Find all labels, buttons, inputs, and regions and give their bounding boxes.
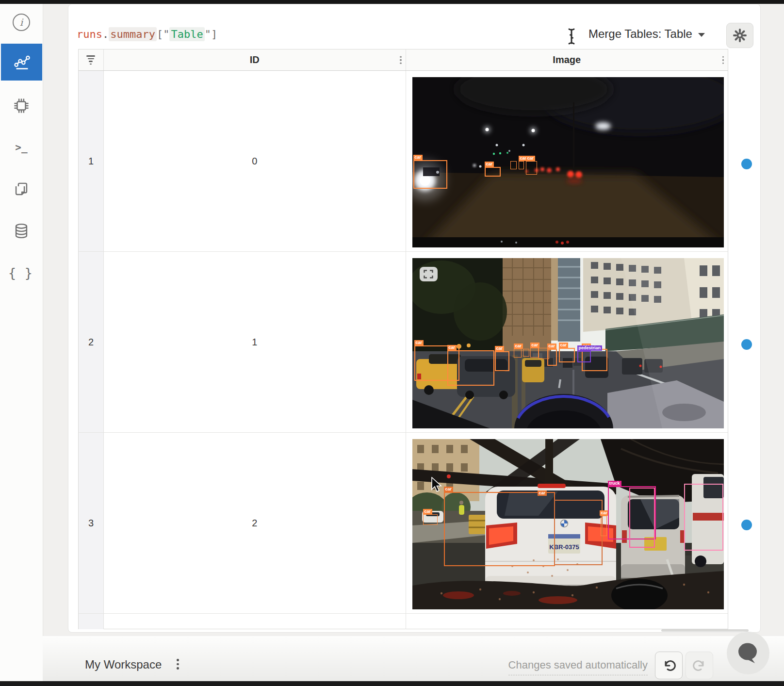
- runs-summary-table: ID Image 1 0: [78, 49, 728, 629]
- chat-bubble-icon: [736, 642, 760, 664]
- ibeam-cursor-icon: [567, 28, 576, 47]
- detection-bbox-car: [447, 350, 494, 386]
- sidebar-item-system[interactable]: [13, 97, 30, 114]
- table-row: 2 1: [79, 252, 728, 433]
- detection-bbox-car: [523, 349, 529, 357]
- detection-bbox-truck: [684, 484, 723, 551]
- image-cell: car car car car car car: [406, 252, 728, 432]
- table-header-row: ID Image: [79, 49, 728, 71]
- id-cell: 1: [104, 252, 406, 432]
- detection-bbox-car: [601, 516, 607, 536]
- image-cell: KBR-0375 car car car car truck: [406, 433, 728, 613]
- detection-bbox-car: [526, 161, 537, 175]
- cpu-icon: [13, 98, 30, 114]
- table-row: 3 2: [79, 433, 728, 614]
- info-icon: i: [13, 14, 30, 31]
- expand-icon: [424, 270, 433, 278]
- row-number-cell: 2: [79, 252, 104, 432]
- detection-bbox-car: [423, 514, 438, 525]
- detection-bbox-car: [495, 351, 509, 371]
- copy-icon: [13, 181, 30, 197]
- window-bottom-edge: [0, 681, 784, 686]
- detection-bbox-car: [547, 349, 557, 366]
- detection-label: car: [413, 155, 423, 160]
- detection-label: car: [444, 487, 454, 492]
- workspace-menu-button[interactable]: [177, 659, 179, 670]
- kebab-menu-icon[interactable]: [722, 56, 724, 64]
- code-token: ": [205, 28, 211, 40]
- detection-image-bridge-traffic[interactable]: KBR-0375 car car car car truck: [412, 439, 724, 609]
- sidebar-item-artifacts[interactable]: [13, 222, 30, 240]
- detection-bbox-car: [485, 167, 501, 177]
- panel-settings-button[interactable]: [726, 23, 753, 48]
- undo-button[interactable]: [655, 652, 683, 679]
- detection-image-city-street[interactable]: car car car car car car: [412, 258, 724, 428]
- line-chart-icon: [14, 54, 30, 70]
- sidebar-item-info[interactable]: i: [13, 14, 30, 31]
- detection-bbox-car: [510, 161, 517, 169]
- table-row: 1 0: [79, 71, 728, 252]
- help-chat-button[interactable]: [727, 632, 769, 674]
- panel-query-expression[interactable]: runs.summary["Table"]: [77, 26, 217, 42]
- id-cell: [104, 614, 406, 629]
- column-header-id-label: ID: [250, 54, 260, 65]
- window-top-edge: [0, 0, 784, 4]
- detection-bbox-car: [413, 160, 447, 189]
- filter-icon: [86, 55, 95, 65]
- workspace-footer-bar: My Workspace Changes saved automatically: [43, 636, 784, 681]
- redo-button[interactable]: [686, 652, 713, 679]
- gear-icon: [733, 28, 747, 43]
- wandb-table-panel-screen: i >_: [0, 0, 784, 686]
- detection-label: car: [495, 346, 505, 351]
- chevron-down-icon: [698, 33, 705, 37]
- detection-label: car: [526, 156, 536, 161]
- expand-image-button[interactable]: [420, 267, 438, 281]
- detection-bbox-car: [554, 500, 603, 565]
- sidebar-item-charts[interactable]: [1, 44, 42, 81]
- detection-bbox-pedestrian: [577, 351, 591, 362]
- detection-label: car: [538, 490, 547, 496]
- row-number-cell: 3: [79, 433, 104, 613]
- detection-label: car: [530, 343, 540, 348]
- detection-image-night-road[interactable]: car car car car: [412, 77, 724, 247]
- detection-label: car: [559, 343, 569, 348]
- detection-bbox-car: [514, 349, 522, 358]
- braces-icon: { }: [8, 265, 35, 280]
- column-header-image[interactable]: Image: [406, 49, 728, 70]
- image-cell: car car car car: [406, 71, 728, 251]
- detection-bbox-car: [519, 161, 524, 169]
- table-filter-button[interactable]: [79, 49, 104, 70]
- detection-bbox-car: [444, 492, 555, 566]
- row-selected-dot[interactable]: [741, 159, 752, 169]
- detection-label: pedestrian: [577, 345, 603, 351]
- merge-tables-dropdown[interactable]: Merge Tables: Table: [588, 25, 705, 43]
- kebab-menu-icon[interactable]: [400, 56, 402, 64]
- redo-icon: [692, 658, 707, 673]
- sidebar-item-logs[interactable]: >_: [13, 139, 30, 156]
- table-panel-card: runs.summary["Table"] Merge Tables: Tabl…: [68, 4, 761, 633]
- workspace-title: My Workspace: [85, 658, 162, 671]
- table-row-partial: [79, 614, 728, 629]
- row-selected-dot[interactable]: [741, 520, 752, 530]
- undo-icon: [662, 658, 676, 673]
- detection-label: car: [485, 162, 494, 167]
- detection-label: car: [414, 340, 424, 345]
- detection-bbox-truck: [629, 488, 655, 548]
- row-number-cell: 1: [79, 71, 104, 251]
- mouse-cursor-arrow: [431, 477, 443, 493]
- merge-tables-label: Merge Tables: Table: [588, 27, 692, 41]
- detection-bbox-car: [530, 348, 539, 358]
- sidebar-item-files[interactable]: [13, 180, 30, 198]
- code-token: Table: [169, 27, 204, 41]
- detection-label: truck: [608, 481, 621, 486]
- sidebar-item-config[interactable]: { }: [13, 264, 30, 281]
- night-road-photo: [412, 77, 724, 247]
- autosave-status: Changes saved automatically: [508, 659, 648, 675]
- detection-label: car: [423, 509, 433, 514]
- detection-label: car: [547, 343, 557, 349]
- horizontal-scrollbar-thumb[interactable]: [661, 629, 749, 632]
- detection-bbox-car: [559, 348, 575, 362]
- database-icon: [13, 223, 30, 239]
- row-selected-dot[interactable]: [741, 339, 752, 350]
- column-header-id[interactable]: ID: [104, 49, 406, 70]
